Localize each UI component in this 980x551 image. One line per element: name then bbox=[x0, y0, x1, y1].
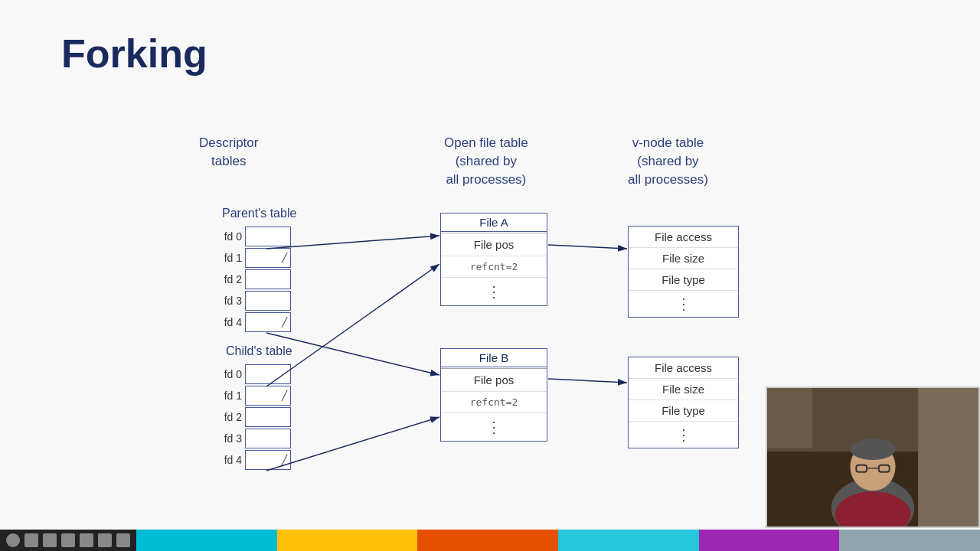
color-seg-3 bbox=[417, 530, 558, 551]
svg-point-13 bbox=[850, 439, 895, 460]
toolbar bbox=[0, 530, 980, 551]
file-b-dots: ⋮ bbox=[441, 413, 547, 441]
child-fd1-cell: ╱ bbox=[245, 386, 291, 406]
child-fd2-row: fd 2 bbox=[217, 407, 291, 427]
color-bar bbox=[136, 530, 980, 551]
color-seg-2 bbox=[277, 530, 418, 551]
toolbar-icon-1[interactable] bbox=[6, 533, 20, 547]
child-fd4-row: fd 4 ╱ bbox=[217, 450, 291, 470]
child-fd2-label: fd 2 bbox=[217, 411, 242, 423]
vnode-b-box: File access File size File type ⋮ bbox=[628, 357, 739, 448]
child-fd3-row: fd 3 bbox=[217, 429, 291, 448]
vnode-a-dots: ⋮ bbox=[629, 291, 738, 317]
child-fd4-cell: ╱ bbox=[245, 450, 291, 470]
svg-rect-10 bbox=[918, 387, 978, 527]
parent-fd0-label: fd 0 bbox=[217, 230, 242, 243]
parent-desc-table: fd 0 fd 1 ╱ fd 2 fd 3 fd 4 ╱ bbox=[217, 227, 291, 334]
vnode-b-access: File access bbox=[629, 357, 738, 379]
vnode-header: v-node table(shared byall processes) bbox=[628, 134, 708, 188]
color-seg-5 bbox=[699, 530, 840, 551]
svg-line-3 bbox=[266, 264, 439, 386]
file-a-title: File A bbox=[441, 214, 547, 232]
toolbar-icons bbox=[0, 533, 136, 547]
svg-line-1 bbox=[266, 236, 439, 249]
file-a-refcnt: refcnt=2 bbox=[441, 256, 547, 278]
file-b-title: File B bbox=[441, 349, 547, 367]
webcam-overlay bbox=[766, 386, 980, 528]
file-b-pos: File pos bbox=[441, 369, 547, 392]
vnode-a-type: File type bbox=[629, 269, 738, 291]
webcam-video bbox=[767, 388, 978, 527]
descriptor-header: Descriptortables bbox=[199, 134, 258, 171]
child-fd0-label: fd 0 bbox=[217, 368, 242, 380]
child-fd4-label: fd 4 bbox=[217, 454, 242, 466]
parent-fd3-row: fd 3 bbox=[217, 291, 291, 311]
parent-fd3-cell bbox=[245, 291, 291, 311]
vnode-a-size: File size bbox=[629, 248, 738, 269]
openfile-header: Open file table(shared byall processes) bbox=[444, 134, 528, 188]
toolbar-icon-4[interactable] bbox=[61, 533, 75, 547]
parent-fd2-label: fd 2 bbox=[217, 273, 242, 285]
parent-label: Parent's table bbox=[222, 207, 296, 220]
toolbar-icon-5[interactable] bbox=[80, 533, 93, 547]
svg-line-6 bbox=[548, 379, 627, 383]
parent-fd2-cell bbox=[245, 269, 291, 289]
child-fd3-label: fd 3 bbox=[217, 432, 242, 445]
parent-fd1-cell: ╱ bbox=[245, 248, 291, 268]
child-desc-table: fd 0 fd 1 ╱ fd 2 fd 3 fd 4 ╱ bbox=[217, 364, 291, 471]
child-fd1-label: fd 1 bbox=[217, 390, 242, 402]
svg-line-4 bbox=[266, 417, 439, 471]
page-title: Forking bbox=[61, 31, 207, 77]
parent-fd4-cell: ╱ bbox=[245, 312, 291, 332]
file-b-refcnt: refcnt=2 bbox=[441, 392, 547, 413]
parent-fd3-label: fd 3 bbox=[217, 295, 242, 307]
child-fd0-row: fd 0 bbox=[217, 364, 291, 384]
parent-fd0-cell bbox=[245, 227, 291, 246]
color-seg-6 bbox=[839, 530, 980, 551]
parent-fd4-row: fd 4 ╱ bbox=[217, 312, 291, 332]
child-label: Child's table bbox=[226, 344, 292, 358]
child-fd1-row: fd 1 ╱ bbox=[217, 386, 291, 406]
color-seg-4 bbox=[558, 530, 699, 551]
file-b-box: File B File pos refcnt=2 ⋮ bbox=[440, 348, 547, 442]
vnode-b-size: File size bbox=[629, 379, 738, 400]
child-fd0-cell bbox=[245, 364, 291, 384]
toolbar-icon-7[interactable] bbox=[116, 533, 130, 547]
parent-fd1-row: fd 1 ╱ bbox=[217, 248, 291, 268]
vnode-a-box: File access File size File type ⋮ bbox=[628, 226, 739, 318]
svg-rect-9 bbox=[767, 387, 812, 448]
parent-fd0-row: fd 0 bbox=[217, 227, 291, 246]
file-a-box: File A File pos refcnt=2 ⋮ bbox=[440, 213, 547, 306]
file-a-pos: File pos bbox=[441, 233, 547, 256]
color-seg-1 bbox=[136, 530, 277, 551]
svg-line-5 bbox=[548, 245, 627, 249]
parent-fd2-row: fd 2 bbox=[217, 269, 291, 289]
parent-fd1-label: fd 1 bbox=[217, 252, 242, 264]
file-a-dots: ⋮ bbox=[441, 278, 547, 305]
child-fd2-cell bbox=[245, 407, 291, 427]
parent-fd4-label: fd 4 bbox=[217, 316, 242, 328]
toolbar-icon-6[interactable] bbox=[98, 533, 112, 547]
toolbar-icon-2[interactable] bbox=[24, 533, 38, 547]
vnode-b-dots: ⋮ bbox=[629, 422, 738, 448]
toolbar-icon-3[interactable] bbox=[43, 533, 57, 547]
vnode-a-access: File access bbox=[629, 227, 738, 248]
child-fd3-cell bbox=[245, 429, 291, 448]
vnode-b-type: File type bbox=[629, 400, 738, 422]
